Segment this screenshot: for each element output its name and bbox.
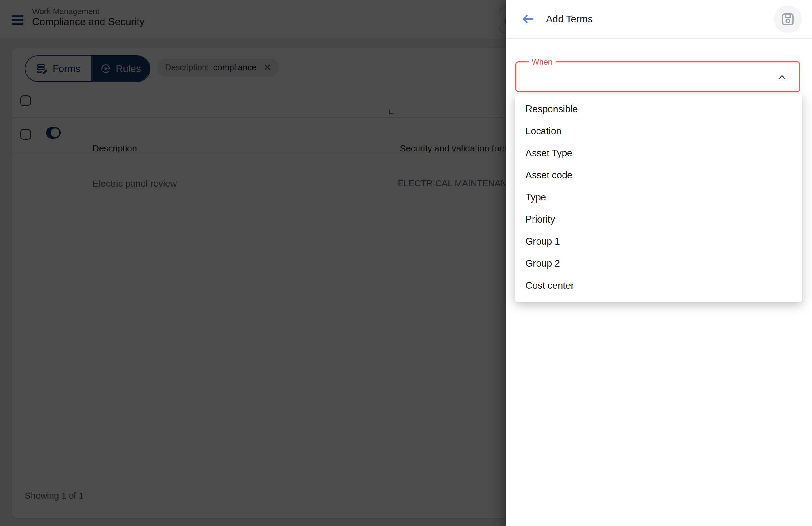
- back-button[interactable]: [520, 12, 536, 27]
- chevron-up-icon: [776, 71, 788, 83]
- save-icon: [780, 12, 795, 27]
- menu-item-cost-center[interactable]: Cost center: [515, 275, 802, 297]
- app-root: Work Management Compliance and Security: [0, 0, 812, 526]
- menu-item-type[interactable]: Type: [515, 186, 802, 209]
- add-terms-panel: Add Terms When Responsible Location A: [506, 0, 812, 526]
- menu-item-asset-code[interactable]: Asset code: [515, 164, 802, 186]
- save-button[interactable]: [774, 5, 801, 33]
- arrow-left-icon: [521, 12, 535, 26]
- menu-item-group-2[interactable]: Group 2: [515, 253, 802, 275]
- panel-title: Add Terms: [546, 14, 593, 25]
- menu-item-priority[interactable]: Priority: [515, 209, 802, 230]
- when-select-label: When: [528, 57, 555, 67]
- panel-header-divider: [506, 38, 812, 39]
- when-select[interactable]: When: [516, 61, 800, 92]
- menu-item-asset-type[interactable]: Asset Type: [515, 142, 802, 164]
- when-options-menu: Responsible Location Asset Type Asset co…: [515, 95, 802, 302]
- menu-item-location[interactable]: Location: [515, 120, 802, 142]
- menu-item-responsible[interactable]: Responsible: [515, 98, 802, 120]
- menu-item-group-1[interactable]: Group 1: [515, 230, 802, 253]
